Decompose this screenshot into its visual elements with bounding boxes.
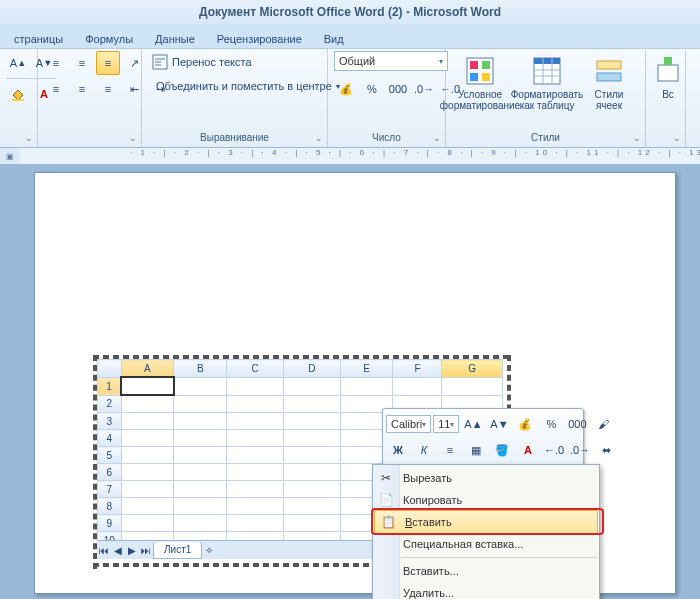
cell[interactable] [174, 395, 227, 413]
cell[interactable] [121, 532, 174, 541]
cell[interactable] [227, 430, 284, 447]
ctx-cut[interactable]: ✂Вырезать [373, 467, 599, 489]
cell[interactable] [174, 377, 227, 395]
comma-style-button[interactable]: 000 [386, 77, 410, 101]
sheet-nav-last[interactable]: ⏭ [139, 545, 153, 556]
mini-font-dropdown[interactable]: Calibri▾ [386, 415, 431, 433]
cell[interactable] [121, 498, 174, 515]
cell-styles-button[interactable]: Стили ячеек [586, 51, 632, 127]
cell[interactable] [227, 481, 284, 498]
col-header-A[interactable]: A [121, 360, 174, 378]
row-header-3[interactable]: 3 [98, 413, 122, 430]
row-header-10[interactable]: 10 [98, 532, 122, 541]
grow-font-button[interactable]: A▲ [6, 51, 30, 75]
cell[interactable] [283, 430, 340, 447]
mini-percent[interactable]: % [539, 412, 563, 436]
fill-color-button[interactable] [6, 82, 30, 106]
cell[interactable] [227, 413, 284, 430]
increase-decimal-button[interactable]: .0→ [412, 77, 436, 101]
cell[interactable] [174, 481, 227, 498]
currency-button[interactable]: 💰 [334, 77, 358, 101]
cell[interactable] [227, 515, 284, 532]
ruler-toggle[interactable]: ▣ [0, 148, 21, 165]
tab-review[interactable]: Рецензирование [213, 30, 306, 48]
cell[interactable] [227, 447, 284, 464]
ctx-paste[interactable]: 📋Вставить [374, 510, 598, 534]
ctx-paste-special[interactable]: Специальная вставка... [373, 533, 599, 555]
col-header-B[interactable]: B [174, 360, 227, 378]
mini-currency[interactable]: 💰 [513, 412, 537, 436]
sheet-nav-first[interactable]: ⏮ [97, 545, 111, 556]
cell[interactable] [283, 515, 340, 532]
cell[interactable] [174, 447, 227, 464]
cell[interactable] [283, 395, 340, 413]
align-center-button[interactable]: ≡ [70, 77, 94, 101]
tab-page-layout[interactable]: страницы [10, 30, 67, 48]
align-left-button[interactable]: ≡ [44, 77, 68, 101]
cell[interactable] [283, 498, 340, 515]
cell[interactable] [174, 515, 227, 532]
new-sheet-button[interactable]: ✧ [202, 545, 216, 556]
conditional-formatting-button[interactable]: Условное форматирование [452, 51, 508, 127]
cell[interactable] [174, 532, 227, 541]
mini-align-center[interactable]: ≡ [438, 438, 462, 462]
col-header-C[interactable]: C [227, 360, 284, 378]
sheet-nav-prev[interactable]: ◀ [111, 545, 125, 556]
row-header-8[interactable]: 8 [98, 498, 122, 515]
sheet-tab-1[interactable]: Лист1 [153, 542, 202, 559]
cell[interactable] [227, 532, 284, 541]
mini-font-color[interactable]: A [516, 438, 540, 462]
tab-data[interactable]: Данные [151, 30, 199, 48]
merge-center-button[interactable]: Объединить и поместить в центре ▾ [148, 75, 321, 97]
cell[interactable] [121, 395, 174, 413]
cell[interactable] [121, 413, 174, 430]
mini-dec-decimal[interactable]: ←.0 [542, 438, 566, 462]
mini-comma[interactable]: 000 [565, 412, 589, 436]
cell[interactable] [174, 464, 227, 481]
cell[interactable] [283, 532, 340, 541]
cell[interactable] [174, 498, 227, 515]
cell[interactable] [121, 430, 174, 447]
cell[interactable] [121, 447, 174, 464]
cell[interactable] [283, 413, 340, 430]
cell[interactable] [174, 413, 227, 430]
mini-fill-color[interactable]: 🪣 [490, 438, 514, 462]
mini-size-dropdown[interactable]: 11▾ [433, 415, 459, 433]
cell[interactable] [121, 464, 174, 481]
col-header-F[interactable]: F [393, 360, 442, 378]
cell[interactable] [227, 377, 284, 395]
row-header-2[interactable]: 2 [98, 395, 122, 413]
mini-format-painter[interactable]: 🖌 [591, 412, 615, 436]
mini-grow-font[interactable]: A▲ [461, 412, 485, 436]
cell[interactable] [174, 430, 227, 447]
mini-italic[interactable]: К [412, 438, 436, 462]
cell[interactable] [340, 377, 393, 395]
cell[interactable] [227, 498, 284, 515]
format-as-table-button[interactable]: Форматировать как таблицу [512, 51, 582, 127]
insert-cells-button[interactable]: Вс [652, 51, 684, 127]
col-header-E[interactable]: E [340, 360, 393, 378]
ctx-delete[interactable]: Удалить... [373, 582, 599, 599]
row-header-4[interactable]: 4 [98, 430, 122, 447]
align-bottom-button[interactable]: ≡ [96, 51, 120, 75]
row-header-1[interactable]: 1 [98, 377, 122, 395]
col-header-G[interactable]: G [442, 360, 503, 378]
percent-button[interactable]: % [360, 77, 384, 101]
wrap-text-button[interactable]: Перенос текста [148, 51, 321, 73]
ctx-copy[interactable]: 📄Копировать [373, 489, 599, 511]
align-top-button[interactable]: ≡ [44, 51, 68, 75]
col-header-D[interactable]: D [283, 360, 340, 378]
row-header-7[interactable]: 7 [98, 481, 122, 498]
tab-formulas[interactable]: Формулы [81, 30, 137, 48]
cell[interactable] [227, 464, 284, 481]
cell[interactable] [283, 481, 340, 498]
align-middle-button[interactable]: ≡ [70, 51, 94, 75]
cell[interactable] [442, 377, 503, 395]
cell-A1[interactable] [121, 377, 174, 395]
cell[interactable] [283, 464, 340, 481]
tab-view[interactable]: Вид [320, 30, 348, 48]
select-all-corner[interactable] [98, 360, 122, 378]
cell[interactable] [283, 377, 340, 395]
row-header-9[interactable]: 9 [98, 515, 122, 532]
mini-bold[interactable]: Ж [386, 438, 410, 462]
